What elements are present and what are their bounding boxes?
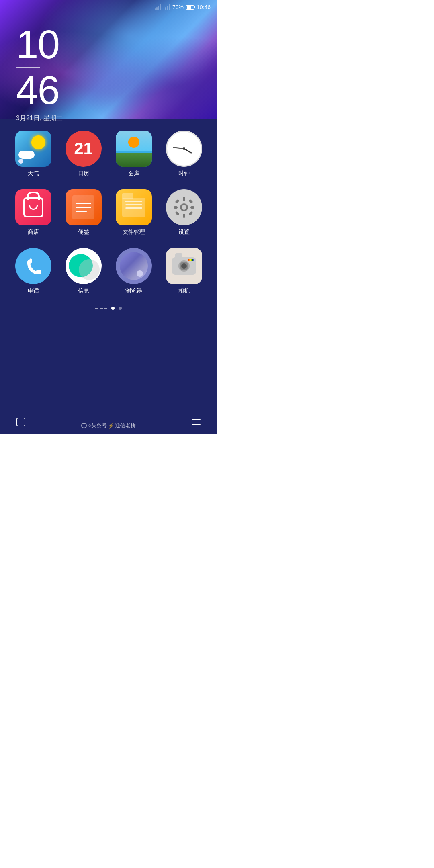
- clock-app-label: 时钟: [178, 170, 190, 177]
- gallery-icon: [116, 131, 152, 167]
- folder-shape: [122, 198, 145, 217]
- app-phone[interactable]: 电话: [11, 248, 55, 295]
- watermark-name: 通信老柳: [115, 422, 136, 429]
- browser-icon: [116, 248, 152, 284]
- notes-line-1: [76, 203, 91, 204]
- svg-rect-6: [175, 199, 179, 203]
- app-shop[interactable]: 商店: [11, 189, 55, 236]
- status-bar-icons: 70% 10:46: [155, 4, 211, 10]
- status-bar: 70% 10:46: [0, 0, 217, 14]
- watermark-circle: [81, 423, 87, 428]
- files-icon: [116, 189, 152, 225]
- clock-center: [183, 147, 185, 150]
- page-indicators: [95, 307, 122, 310]
- notes-label: 便签: [78, 229, 89, 236]
- app-weather[interactable]: 天气: [11, 131, 55, 177]
- browser-label: 浏览器: [125, 287, 142, 295]
- phone-icon: [15, 248, 51, 284]
- svg-rect-7: [188, 199, 193, 203]
- watermark-arrow: ⚡: [108, 423, 114, 429]
- phone-icon-wrapper: [15, 248, 51, 284]
- clock-face: [168, 133, 200, 165]
- weather-icon-wrapper: [15, 131, 51, 167]
- watermark-prefix: ○头条号: [88, 422, 107, 429]
- page-lines: [95, 308, 107, 309]
- calendar-icon-wrapper: 21: [66, 131, 102, 167]
- camera-rainbow: [188, 259, 194, 261]
- notes-line-2: [76, 207, 91, 208]
- app-notes[interactable]: 便签: [61, 189, 106, 236]
- app-camera[interactable]: 相机: [162, 248, 206, 295]
- gallery-ground: [116, 153, 152, 167]
- app-calendar[interactable]: 21 日历: [61, 131, 106, 177]
- weather-icon: [15, 131, 51, 167]
- settings-icon: [166, 189, 202, 225]
- folder-line-1: [125, 201, 142, 202]
- settings-label: 设置: [178, 229, 190, 236]
- svg-rect-8: [175, 211, 179, 215]
- msg-bubble2: [79, 259, 100, 280]
- shop-icon-wrapper: [15, 189, 51, 225]
- status-time: 10:46: [197, 4, 211, 10]
- app-gallery[interactable]: 图库: [112, 131, 156, 177]
- shop-icon: [15, 189, 51, 225]
- page-dot-1[interactable]: [111, 307, 115, 310]
- weather-moon: [18, 159, 23, 164]
- app-row-3: 电话 信息: [8, 248, 209, 295]
- messages-icon: [66, 248, 102, 284]
- app-files[interactable]: 文件管理: [112, 189, 156, 236]
- svg-rect-4: [174, 206, 178, 209]
- files-icon-wrapper: [116, 189, 152, 225]
- app-settings[interactable]: 设置: [162, 189, 206, 236]
- files-label: 文件管理: [123, 229, 145, 236]
- shop-smile: [29, 205, 38, 210]
- page-dot-2[interactable]: [119, 307, 122, 310]
- page-line-3: [104, 308, 107, 309]
- nav-bar: ○头条号 ⚡ 通信老柳: [0, 410, 217, 434]
- messages-label: 信息: [78, 287, 89, 295]
- gear-svg: [172, 195, 196, 219]
- camera-label: 相机: [178, 287, 190, 295]
- gallery-label: 图库: [128, 170, 139, 177]
- calendar-label: 日历: [78, 170, 89, 177]
- battery-icon: [186, 5, 194, 10]
- svg-rect-2: [183, 197, 185, 201]
- calendar-icon: 21: [66, 131, 102, 167]
- svg-rect-5: [190, 206, 194, 209]
- shop-bag: [23, 197, 43, 217]
- clock-widget: 10 46 3月21日, 星期二: [16, 24, 63, 123]
- shop-label: 商店: [28, 229, 39, 236]
- weather-label: 天气: [28, 170, 39, 177]
- home-screen: 70% 10:46 10 46 3月21日, 星期二: [0, 0, 217, 434]
- app-grid: 天气 21 日历: [8, 131, 209, 303]
- notes-icon-wrapper: [66, 189, 102, 225]
- app-clock[interactable]: 时钟: [162, 131, 206, 177]
- camera-body: [172, 257, 196, 275]
- app-row-2: 商店 便签: [8, 189, 209, 236]
- phone-label: 电话: [28, 287, 39, 295]
- app-messages[interactable]: 信息: [61, 248, 106, 295]
- camera-icon: [166, 248, 202, 284]
- gallery-icon-wrapper: [116, 131, 152, 167]
- camera-icon-wrapper: [166, 248, 202, 284]
- browser-dot: [137, 270, 143, 277]
- folder-line-2: [125, 204, 142, 205]
- gallery-sun: [128, 137, 139, 148]
- clock-hour: 10: [16, 24, 63, 64]
- browser-icon-wrapper: [116, 248, 152, 284]
- app-browser[interactable]: 浏览器: [112, 248, 156, 295]
- page-line-1: [95, 308, 98, 309]
- svg-rect-3: [183, 214, 185, 218]
- app-row-1: 天气 21 日历: [8, 131, 209, 177]
- camera-lens: [178, 260, 190, 272]
- calendar-date: 21: [74, 139, 93, 158]
- clock-hand-minute: [173, 147, 184, 149]
- watermark: ○头条号 ⚡ 通信老柳: [0, 422, 217, 429]
- settings-icon-wrapper: [166, 189, 202, 225]
- phone-svg: [24, 257, 43, 275]
- messages-icon-wrapper: [66, 248, 102, 284]
- clock-hand-second: [184, 137, 184, 149]
- clock-icon: [166, 131, 202, 167]
- no-signal-icon: [155, 4, 161, 10]
- signal-icon: [164, 4, 170, 10]
